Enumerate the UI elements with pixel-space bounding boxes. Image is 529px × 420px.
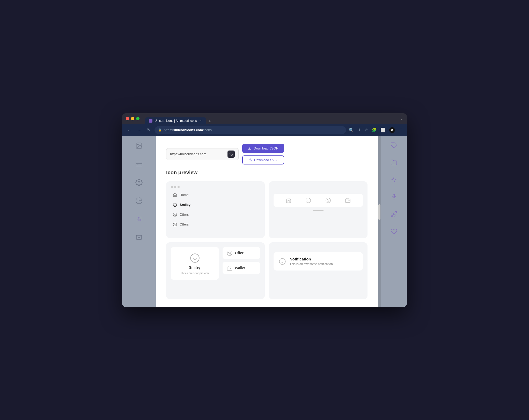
tab-bar-preview-card bbox=[269, 181, 368, 238]
svg-rect-43 bbox=[393, 194, 395, 197]
download-json-button[interactable]: Download JSON bbox=[242, 144, 284, 153]
nav-icons: 🔍 ⬆ ☆ 🧩 ⬜ ✕ ⋮ bbox=[349, 127, 403, 133]
svg-point-23 bbox=[306, 198, 311, 203]
svg-point-28 bbox=[327, 199, 328, 200]
download-svg-button[interactable]: Download SVG bbox=[242, 155, 284, 164]
traffic-lights bbox=[126, 117, 139, 120]
svg-point-12 bbox=[173, 203, 177, 207]
nav-item-offers-label-1: Offers bbox=[180, 213, 189, 216]
nav-item-smiley-label: Smiley bbox=[180, 203, 190, 207]
notification-card: Notification This is an awesome notifica… bbox=[274, 252, 363, 271]
offer-mini-label: Offer bbox=[235, 251, 244, 255]
url-text: https://unicornicons.com/icons bbox=[164, 128, 342, 132]
tab-item-home bbox=[286, 197, 291, 204]
left-sidebar bbox=[122, 136, 156, 307]
tab-favicon: U bbox=[149, 119, 152, 123]
svg-rect-9 bbox=[231, 154, 233, 155]
svg-point-1 bbox=[137, 144, 138, 145]
tab-indicator bbox=[313, 210, 324, 211]
svg-rect-2 bbox=[136, 162, 142, 166]
title-bar: U Unicorn icons | Animated icons ✕ + ⌄ bbox=[122, 113, 407, 124]
music-icon bbox=[136, 215, 142, 223]
svg-point-39 bbox=[279, 258, 285, 264]
smiley-detail-card: Smiley This icon is for preview bbox=[171, 247, 219, 280]
scrollbar[interactable] bbox=[378, 136, 381, 307]
browser-window: U Unicorn icons | Animated icons ✕ + ⌄ ←… bbox=[122, 113, 407, 307]
nav-item-smiley[interactable]: Smiley bbox=[171, 201, 260, 208]
tab-bar-preview bbox=[274, 194, 363, 207]
tab-smiley-icon bbox=[305, 197, 311, 204]
main-area: https://unicornicons.com bbox=[122, 136, 407, 307]
smiley-description: This icon is for preview bbox=[180, 272, 209, 275]
split-view-icon[interactable]: ⬜ bbox=[380, 128, 386, 132]
wallet-mini-icon bbox=[227, 265, 232, 271]
microphone-icon bbox=[391, 193, 397, 200]
nav-item-offers-label-2: Offers bbox=[180, 222, 189, 226]
nav-bar: ← → ↻ 🔒 https://unicornicons.com/icons 🔍… bbox=[122, 124, 407, 136]
search-icon[interactable]: 🔍 bbox=[349, 128, 354, 132]
dot-1 bbox=[171, 186, 173, 188]
active-tab[interactable]: U Unicorn icons | Animated icons ✕ bbox=[145, 117, 206, 124]
fullscreen-button[interactable] bbox=[136, 117, 139, 120]
svg-point-7 bbox=[140, 219, 141, 221]
offers-icon-1 bbox=[173, 212, 177, 217]
gear-icon bbox=[135, 178, 143, 186]
back-button[interactable]: ← bbox=[126, 127, 133, 133]
nav-item-offers-1[interactable]: Offers bbox=[171, 211, 260, 218]
url-copy-area: https://unicornicons.com bbox=[166, 144, 368, 164]
svg-point-6 bbox=[137, 220, 138, 221]
download-json-label: Download JSON bbox=[254, 146, 278, 150]
sidebar-nav-preview-card: Home Smiley bbox=[166, 181, 265, 238]
dot-2 bbox=[174, 186, 176, 188]
forward-button[interactable]: → bbox=[136, 127, 143, 133]
notification-content: Notification This is an awesome notifica… bbox=[290, 257, 333, 266]
tabs-area: U Unicorn icons | Animated icons ✕ + bbox=[145, 113, 212, 124]
svg-point-38 bbox=[230, 268, 231, 269]
home-icon bbox=[173, 193, 177, 197]
svg-rect-8 bbox=[136, 235, 142, 239]
pie-chart-icon bbox=[135, 196, 143, 204]
scrollbar-thumb[interactable] bbox=[378, 204, 380, 220]
window-controls: ⌄ bbox=[400, 116, 403, 121]
offers-icon-2 bbox=[173, 222, 177, 227]
page-content: https://unicornicons.com bbox=[156, 136, 378, 307]
address-bar[interactable]: 🔒 https://unicornicons.com/icons bbox=[155, 126, 346, 134]
notification-preview-card: Notification This is an awesome notifica… bbox=[269, 242, 368, 299]
svg-point-36 bbox=[228, 252, 229, 253]
tab-item-smiley bbox=[305, 197, 311, 204]
card-dots bbox=[171, 186, 260, 188]
share-icon[interactable]: ⬆ bbox=[357, 128, 361, 132]
svg-point-22 bbox=[175, 225, 176, 225]
puzzle-icon[interactable]: 🧩 bbox=[372, 128, 377, 132]
nav-item-home[interactable]: Home bbox=[171, 192, 260, 198]
url-path: /icons bbox=[203, 128, 212, 132]
tab-wallet-icon bbox=[345, 197, 351, 204]
close-button[interactable] bbox=[126, 117, 129, 120]
nav-item-offers-2[interactable]: Offers bbox=[171, 221, 260, 228]
envelope-icon bbox=[135, 233, 143, 241]
wallet-mini-card: Wallet bbox=[223, 262, 260, 274]
x-button[interactable]: ✕ bbox=[389, 127, 395, 133]
card-icon bbox=[135, 160, 143, 168]
url-value: https://unicornicons.com bbox=[170, 152, 225, 156]
tab-close-button[interactable]: ✕ bbox=[199, 119, 203, 123]
tag-icon bbox=[391, 141, 397, 149]
wallet-mini-label: Wallet bbox=[235, 266, 246, 270]
menu-dots-button[interactable]: ⋮ bbox=[399, 127, 403, 133]
rocket-icon bbox=[391, 210, 397, 218]
folder-icon bbox=[391, 158, 397, 166]
tab-item-wallet bbox=[345, 197, 351, 204]
svg-point-37 bbox=[230, 254, 231, 254]
new-tab-button[interactable]: + bbox=[207, 119, 213, 124]
preview-grid: Home Smiley bbox=[166, 181, 368, 299]
bookmark-icon[interactable]: ☆ bbox=[364, 128, 368, 132]
dot-3 bbox=[178, 186, 180, 188]
card3-inner: Smiley This icon is for preview bbox=[171, 247, 260, 280]
minimize-button[interactable] bbox=[131, 117, 134, 120]
url-input-box[interactable]: https://unicornicons.com bbox=[166, 148, 239, 160]
copy-button[interactable] bbox=[227, 151, 235, 158]
smiley-large-icon bbox=[190, 252, 200, 263]
reload-button[interactable]: ↻ bbox=[145, 126, 152, 133]
svg-point-31 bbox=[190, 254, 199, 262]
notification-smiley-icon bbox=[279, 257, 286, 265]
